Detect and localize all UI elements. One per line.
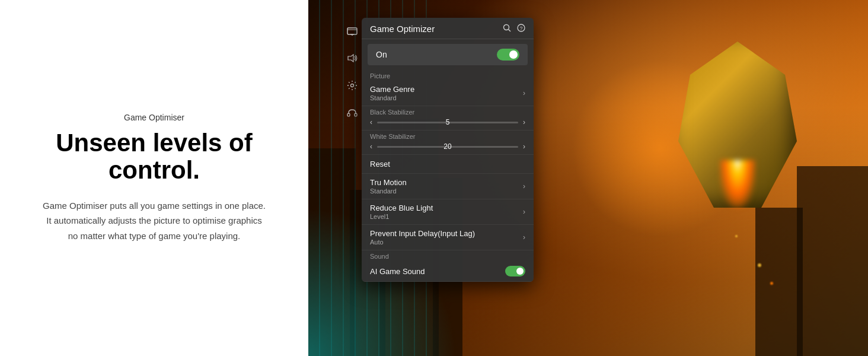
reduce-blue-light-item[interactable]: Reduce Blue Light Level1 › bbox=[362, 199, 534, 225]
black-stabilizer-track[interactable]: 5 bbox=[377, 122, 518, 123]
white-stabilizer-control: ‹ 20 › bbox=[370, 142, 525, 151]
white-stabilizer-track[interactable]: 20 bbox=[377, 146, 518, 148]
panel-header-icons: ? bbox=[503, 24, 525, 34]
tru-motion-chevron: › bbox=[523, 182, 525, 190]
game-genre-chevron: › bbox=[523, 89, 525, 97]
tru-motion-item[interactable]: Tru Motion Standard › bbox=[362, 174, 534, 199]
black-stabilizer-left[interactable]: ‹ bbox=[370, 118, 372, 126]
sidebar-tv-icon[interactable] bbox=[344, 23, 360, 39]
icon-sidebar bbox=[344, 18, 364, 121]
sidebar-volume-icon[interactable] bbox=[344, 50, 360, 66]
picture-section-label: Picture bbox=[362, 70, 534, 81]
game-genre-content: Game Genre Standard bbox=[370, 85, 414, 101]
prevent-input-delay-value: Auto bbox=[370, 239, 475, 246]
svg-text:?: ? bbox=[520, 26, 523, 31]
prevent-input-delay-chevron: › bbox=[523, 233, 525, 241]
svg-point-8 bbox=[504, 25, 509, 30]
game-genre-item[interactable]: Game Genre Standard › bbox=[362, 81, 534, 106]
white-stabilizer-row: White Stabilizer ‹ 20 › bbox=[362, 131, 534, 155]
black-stabilizer-right[interactable]: › bbox=[523, 118, 525, 126]
black-stabilizer-row: Black Stabilizer ‹ 5 › bbox=[362, 106, 534, 131]
spark-1 bbox=[758, 263, 761, 267]
description-text: Game Optimiser puts all you game setting… bbox=[42, 198, 267, 244]
svg-marker-4 bbox=[348, 55, 353, 62]
reduce-blue-light-chevron: › bbox=[523, 208, 525, 216]
on-toggle-switch[interactable] bbox=[497, 49, 519, 61]
ai-game-sound-label: AI Game Sound bbox=[370, 267, 425, 276]
left-panel: Game Optimiser Unseen levels of control.… bbox=[0, 0, 308, 356]
subtitle-label: Game Optimiser bbox=[124, 113, 184, 122]
prevent-input-delay-content: Prevent Input Delay(Input Lag) Auto bbox=[370, 229, 475, 246]
optimizer-panel: Game Optimizer ? On bbox=[362, 18, 534, 282]
sidebar-settings-icon[interactable] bbox=[344, 77, 360, 94]
game-genre-title: Game Genre bbox=[370, 85, 414, 94]
spark-3 bbox=[770, 282, 773, 285]
game-genre-value: Standard bbox=[370, 94, 414, 101]
question-icon[interactable]: ? bbox=[517, 24, 525, 34]
search-icon[interactable] bbox=[503, 24, 511, 34]
black-stabilizer-control: ‹ 5 › bbox=[370, 118, 525, 126]
svg-point-5 bbox=[351, 84, 354, 87]
white-stabilizer-label: White Stabilizer bbox=[370, 133, 525, 140]
black-stabilizer-value: 5 bbox=[446, 118, 450, 126]
tru-motion-value: Standard bbox=[370, 187, 407, 195]
sidebar-headphone-icon[interactable] bbox=[344, 104, 360, 121]
prevent-input-delay-title: Prevent Input Delay(Input Lag) bbox=[370, 229, 475, 238]
reduce-blue-light-content: Reduce Blue Light Level1 bbox=[370, 204, 433, 220]
tru-motion-title: Tru Motion bbox=[370, 178, 407, 187]
white-stabilizer-left[interactable]: ‹ bbox=[370, 142, 372, 151]
reset-item[interactable]: Reset bbox=[362, 155, 534, 174]
panel-title: Game Optimizer bbox=[370, 24, 435, 34]
right-panel: Game Optimizer ? On bbox=[308, 0, 868, 356]
reduce-blue-light-title: Reduce Blue Light bbox=[370, 204, 433, 212]
toggle-label: On bbox=[376, 50, 387, 59]
reduce-blue-light-value: Level1 bbox=[370, 213, 433, 220]
spaceship bbox=[655, 18, 821, 243]
engine-glow bbox=[720, 160, 755, 208]
white-stabilizer-value: 20 bbox=[443, 142, 451, 151]
ai-game-sound-toggle[interactable] bbox=[505, 266, 525, 276]
sound-section-label: Sound bbox=[362, 250, 534, 261]
tru-motion-content: Tru Motion Standard bbox=[370, 178, 407, 195]
ai-game-sound-item[interactable]: AI Game Sound bbox=[362, 261, 534, 282]
on-toggle-row[interactable]: On bbox=[368, 44, 528, 65]
white-stabilizer-right[interactable]: › bbox=[523, 142, 525, 151]
svg-rect-0 bbox=[347, 28, 357, 34]
spark-2 bbox=[735, 235, 738, 237]
black-stabilizer-label: Black Stabilizer bbox=[370, 109, 525, 116]
panel-header: Game Optimizer ? bbox=[362, 18, 534, 39]
main-heading: Unseen levels of control. bbox=[36, 129, 273, 184]
svg-line-9 bbox=[509, 30, 511, 32]
prevent-input-delay-item[interactable]: Prevent Input Delay(Input Lag) Auto › bbox=[362, 225, 534, 250]
